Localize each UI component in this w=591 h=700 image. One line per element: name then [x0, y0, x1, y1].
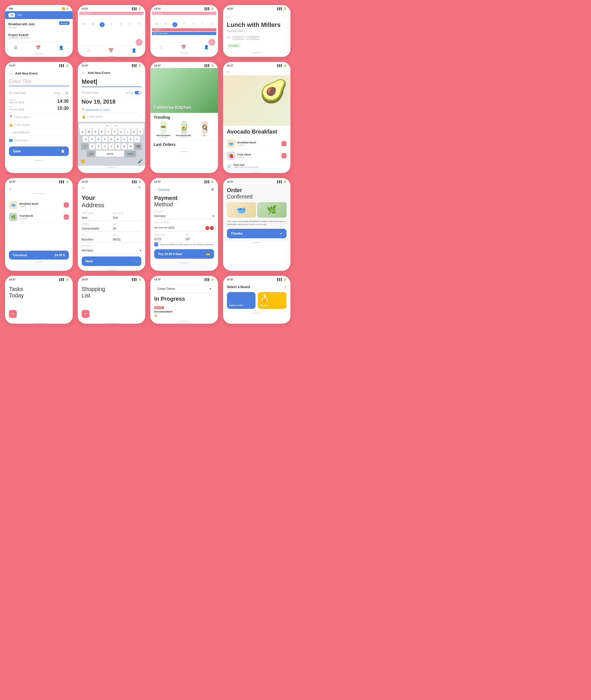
- add-notification-row[interactable]: + Add Notification: [9, 129, 69, 136]
- nav-person-2[interactable]: 👤: [132, 48, 136, 53]
- country-select-payment[interactable]: Germany ▾: [154, 213, 214, 219]
- event-item-2[interactable]: Project Kickoff 10:45 AM - 11:15 AM: [5, 32, 73, 42]
- cvv-field[interactable]: 187: [186, 236, 214, 242]
- key-o[interactable]: O: [131, 129, 137, 135]
- key-b[interactable]: B: [115, 143, 121, 150]
- cal-prev[interactable]: ‹: [81, 18, 81, 20]
- key-e[interactable]: E: [92, 129, 98, 135]
- key-z[interactable]: Z: [89, 143, 95, 150]
- key-y[interactable]: Y: [112, 129, 118, 135]
- nav-list-3[interactable]: ☰: [159, 45, 163, 49]
- remove-item-1[interactable]: −: [281, 141, 286, 146]
- city-input[interactable]: München: [82, 237, 110, 243]
- nav-person-3[interactable]: 👤: [204, 45, 209, 49]
- nav-calendar-2[interactable]: 📅: [109, 48, 113, 53]
- add-event-fab-2[interactable]: +: [208, 39, 215, 46]
- back-btn-event[interactable]: ←: [9, 71, 13, 76]
- all-day-toggle-2[interactable]: [135, 91, 141, 94]
- location-detail[interactable]: 📍 Baaderstraße 21, 81543 ...: [82, 107, 142, 113]
- notification-close[interactable]: ×: [67, 123, 69, 126]
- food-item-3[interactable]: 🍳 A...: [195, 121, 215, 138]
- key-l[interactable]: L: [134, 136, 140, 142]
- remove-item-2[interactable]: −: [281, 153, 286, 158]
- people-row[interactable]: 👥 Add People: [9, 136, 69, 144]
- key-t[interactable]: T: [106, 129, 111, 135]
- autocomplete-3[interactable]: I'm: [114, 125, 118, 127]
- cal-prev-month[interactable]: ‹: [153, 18, 154, 20]
- key-c[interactable]: C: [102, 143, 108, 150]
- nav-list[interactable]: ☰: [14, 45, 18, 50]
- checkout-button[interactable]: Checkout 24.00 $: [9, 251, 69, 259]
- mic-icon[interactable]: 🎤: [138, 159, 142, 164]
- checkout-back-nav[interactable]: ← Checkout: [154, 188, 170, 191]
- key-w[interactable]: W: [86, 129, 92, 135]
- your-cart-row[interactable]: 🛒 Your Cart 3 ARTICLES IN YOUR CART: [227, 162, 287, 170]
- autocomplete-1[interactable]: the: [106, 125, 109, 127]
- add-task-button[interactable]: +: [9, 310, 17, 318]
- close-btn-payment[interactable]: ×: [211, 187, 214, 192]
- board-option-mellow[interactable]: ✓ Mellow UI Kit: [227, 292, 256, 309]
- location-row[interactable]: 📍 Add Location: [9, 113, 69, 121]
- key-s[interactable]: S: [89, 136, 95, 142]
- zip-input[interactable]: 80331: [113, 237, 141, 243]
- nav-calendar-3[interactable]: 📅: [181, 45, 186, 49]
- all-day-toggle[interactable]: [62, 91, 69, 95]
- save-button[interactable]: Save 📋: [9, 147, 69, 156]
- key-i[interactable]: I: [125, 129, 130, 135]
- favorite-icon[interactable]: ♡: [283, 14, 286, 19]
- cart-list-item-1[interactable]: 🥣 Breakfast Musli 5.00 $ −: [9, 199, 69, 211]
- key-space[interactable]: space: [96, 151, 124, 157]
- food-item-2[interactable]: 🥑 Avocado Breakt... 23 DISHES: [174, 121, 194, 138]
- theme-selector[interactable]: Cream Theme ▾: [154, 285, 214, 293]
- key-a[interactable]: A: [83, 136, 88, 142]
- key-f[interactable]: F: [102, 136, 108, 142]
- key-v[interactable]: V: [109, 143, 114, 150]
- key-backspace[interactable]: ⌫: [134, 143, 142, 150]
- cal-next-month[interactable]: ›: [214, 18, 215, 20]
- no-input[interactable]: 20: [113, 226, 141, 232]
- favorite-btn-avocado[interactable]: ♡: [283, 69, 287, 74]
- back-btn-avocado[interactable]: ←: [226, 69, 231, 74]
- add-shopping-button[interactable]: +: [82, 310, 89, 318]
- key-k[interactable]: K: [128, 136, 133, 142]
- cart-remove-2[interactable]: −: [64, 215, 69, 220]
- lastname-input[interactable]: Doe: [113, 215, 141, 221]
- down-arrow-icon[interactable]: ↓: [9, 186, 11, 191]
- key-h[interactable]: H: [115, 136, 121, 142]
- card-number-field[interactable]: •••• •••• •••• 4321 ⬤⬤: [154, 224, 214, 232]
- key-return[interactable]: return: [125, 151, 136, 157]
- back-btn-detail[interactable]: ←: [227, 14, 232, 19]
- key-r[interactable]: R: [99, 129, 105, 135]
- key-m[interactable]: M: [128, 143, 133, 150]
- next-button[interactable]: Next →: [82, 256, 142, 266]
- nav-person[interactable]: 👤: [59, 45, 64, 50]
- meet-text-input[interactable]: Meet|: [82, 78, 142, 87]
- notification-close-2[interactable]: ×: [140, 115, 141, 118]
- board-option-banana[interactable]: 🍌 Banana: [258, 292, 286, 309]
- thanks-button[interactable]: Thanks ✓: [227, 229, 287, 238]
- nav-list-2[interactable]: ☰: [87, 48, 90, 53]
- cart-list-item-2[interactable]: 🌿 Fruit Bomb 10.00 $ −: [9, 211, 69, 223]
- key-p[interactable]: P: [138, 129, 143, 135]
- event-item-1[interactable]: Breakfast with Julie Accept 9:00 AM: [5, 19, 73, 32]
- street-input[interactable]: Sonnenstraße: [82, 226, 110, 232]
- pay-button[interactable]: Pay 24.00 $ Now 💳: [154, 249, 214, 259]
- key-n[interactable]: N: [121, 143, 127, 150]
- key-j[interactable]: J: [121, 136, 127, 142]
- cart-item-2[interactable]: 🍓 Fruit Alarm 3.00 $ −: [227, 150, 287, 162]
- edit-icon-address[interactable]: ✎: [138, 185, 141, 190]
- key-num[interactable]: 123: [87, 151, 95, 157]
- key-shift[interactable]: ⇧: [81, 143, 88, 150]
- key-d[interactable]: D: [96, 136, 101, 142]
- notification-row-2[interactable]: 🔔 1 Hour Before ×: [82, 113, 142, 121]
- back-btn-address[interactable]: ←: [82, 185, 86, 190]
- notification-row[interactable]: 🔔 1 Hour Before ×: [9, 121, 69, 129]
- cart-item-1[interactable]: 🥣 Breakfast Musli 5.00 $ −: [227, 138, 287, 150]
- same-address-checkbox[interactable]: ✓ Payment Address is the same as the Del…: [154, 242, 214, 246]
- event-accept-btn[interactable]: Accept: [59, 21, 69, 25]
- food-item-1[interactable]: 🥗 Best Breakfast 10 DISHES: [154, 121, 173, 138]
- country-select[interactable]: Germany ▾: [82, 247, 142, 254]
- key-g[interactable]: G: [109, 136, 114, 142]
- add-event-fab[interactable]: +: [136, 39, 142, 46]
- cal-next[interactable]: ›: [142, 18, 142, 20]
